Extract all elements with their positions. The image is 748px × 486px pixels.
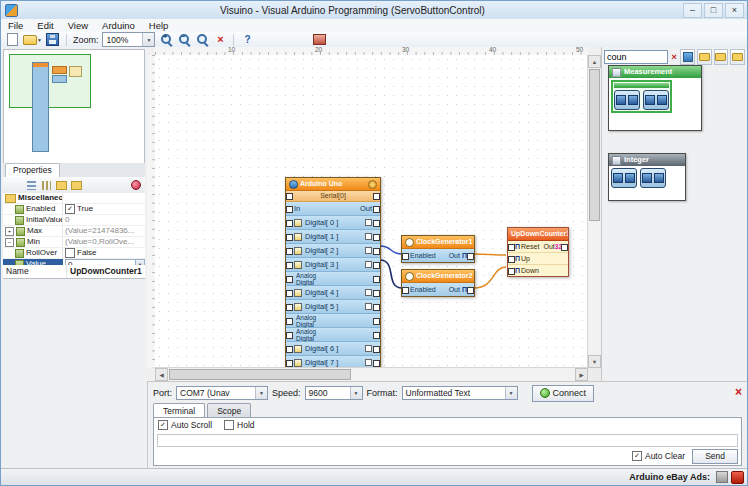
digital-out-pin[interactable] <box>373 290 380 297</box>
in-pin[interactable] <box>286 206 293 213</box>
auto-scroll-checkbox[interactable]: ✓ <box>158 420 168 430</box>
analog-out-pin[interactable] <box>373 276 380 283</box>
port-select[interactable]: COM7 (Unav▼ <box>176 386 268 400</box>
wire-digital2-to-clockgen1[interactable] <box>380 246 402 254</box>
arduino-io-row[interactable]: In Out <box>286 202 380 216</box>
expand-categories-button[interactable] <box>697 49 712 65</box>
clock-out-pin[interactable] <box>467 287 474 294</box>
component-clockgenerator1[interactable]: ClockGenerator1 Enabled Out Π <box>401 235 475 263</box>
minimize-button[interactable]: – <box>683 3 702 18</box>
digital-out-pin[interactable] <box>373 346 380 353</box>
tab-scope[interactable]: Scope <box>207 403 251 418</box>
close-panel-icon[interactable]: × <box>735 385 742 399</box>
speed-dropdown-icon[interactable]: ▼ <box>350 387 362 399</box>
component-clockgenerator2[interactable]: ClockGenerator2 Enabled Out Π <box>401 269 475 297</box>
digital-in-pin[interactable] <box>286 360 293 367</box>
auto-scroll-option[interactable]: ✓Auto Scroll <box>158 420 212 430</box>
analog-in-pin[interactable] <box>286 332 293 339</box>
arduino-digital-row[interactable]: Digital[ 1 ] <box>286 230 380 244</box>
component-updowncounter1[interactable]: UpDownCounter1 Π Reset Out 32 Π Up <box>507 227 569 277</box>
zoom-select[interactable]: 100% ▼ <box>102 32 155 47</box>
wire-clockgen1-to-counter-up[interactable] <box>474 254 506 255</box>
vertical-scroll-thumb[interactable] <box>589 69 600 221</box>
upload-to-arduino-button[interactable] <box>312 33 326 47</box>
property-row-initialvalue[interactable]: InitialValue 0 <box>3 215 145 226</box>
horizontal-scroll-thumb[interactable] <box>169 369 351 380</box>
menu-help[interactable]: Help <box>142 19 176 32</box>
clockgenerator2-body[interactable]: Enabled Out Π <box>402 283 474 296</box>
connect-button[interactable]: Connect <box>532 385 595 402</box>
filter-view-button[interactable] <box>680 49 695 65</box>
out-pin[interactable] <box>373 206 380 213</box>
analog-in-pin[interactable] <box>286 276 293 283</box>
menu-edit[interactable]: Edit <box>30 19 60 32</box>
categorize-button[interactable] <box>25 179 37 191</box>
toolbox-options-button[interactable] <box>730 49 745 65</box>
pin-properties-button[interactable] <box>131 180 141 190</box>
error-status-icon[interactable] <box>731 471 744 484</box>
overview-viewport[interactable] <box>9 54 91 108</box>
property-row-min[interactable]: −Min (Value=0,RollOve... <box>3 237 145 248</box>
digital-out-pin[interactable] <box>373 220 380 227</box>
zoom-fit-button[interactable] <box>195 33 209 47</box>
wire-digital3-to-clockgen2[interactable] <box>380 260 402 288</box>
rollover-checkbox[interactable] <box>65 248 75 258</box>
arduino-analog-row[interactable]: AnalogDigital <box>286 314 380 328</box>
reset-pin[interactable] <box>508 244 515 251</box>
enabled-checkbox[interactable]: ✓ <box>65 204 75 214</box>
up-pin[interactable] <box>508 256 515 263</box>
collapse-all-button[interactable] <box>70 179 82 191</box>
serial-in-pin[interactable] <box>286 193 293 200</box>
updowncounter1-header[interactable]: UpDownCounter1 <box>508 228 568 241</box>
send-button[interactable]: Send <box>692 449 738 464</box>
gear-icon[interactable] <box>368 180 377 189</box>
counter-reset-row[interactable]: Π Reset Out 32 <box>508 241 568 253</box>
arduino-digital-row[interactable]: Digital[ 3 ] <box>286 258 380 272</box>
digital-out-pin[interactable] <box>373 360 380 367</box>
save-button[interactable] <box>46 33 60 47</box>
digital-in-pin[interactable] <box>286 346 293 353</box>
analog-in-pin[interactable] <box>286 318 293 325</box>
auto-clear-option[interactable]: ✓Auto Clear <box>632 451 685 461</box>
menu-view[interactable]: View <box>61 19 95 32</box>
arduino-header[interactable]: Arduino Uno <box>286 178 380 191</box>
scroll-up-button[interactable]: ▲ <box>588 55 601 68</box>
auto-clear-checkbox[interactable]: ✓ <box>632 451 642 461</box>
wire-clockgen2-to-counter-down[interactable] <box>474 267 506 288</box>
zoom-in-button[interactable]: + <box>159 33 173 47</box>
property-category-row[interactable]: Miscellaneous <box>3 193 145 204</box>
clear-search-icon[interactable]: × <box>670 52 678 62</box>
counter-down-row[interactable]: Π Down <box>508 265 568 276</box>
component-name-row[interactable]: Name UpDownCounter1 <box>3 265 145 279</box>
toolbox-category-integer[interactable]: Integer <box>608 153 686 201</box>
digital-in-pin[interactable] <box>286 248 293 255</box>
horizontal-scrollbar[interactable]: ◀ ▶ <box>155 367 588 381</box>
maximize-button[interactable]: □ <box>704 3 723 18</box>
arduino-serial-row[interactable]: Serial[0] <box>286 191 380 202</box>
speed-select[interactable]: 9600▼ <box>305 386 363 400</box>
scroll-right-button[interactable]: ▶ <box>575 368 588 381</box>
toolbox-category-measurement[interactable]: Measurement <box>608 65 702 131</box>
digital-out-pin[interactable] <box>373 248 380 255</box>
design-overview[interactable] <box>3 49 145 165</box>
arduino-analog-row[interactable]: AnalogDigital <box>286 272 380 286</box>
vertical-scrollbar[interactable]: ▲ ▼ <box>587 55 601 368</box>
zoom-out-button[interactable]: − <box>177 33 191 47</box>
digital-in-pin[interactable] <box>286 234 293 241</box>
enabled-pin[interactable] <box>402 253 409 260</box>
tab-properties[interactable]: Properties <box>5 163 60 177</box>
analog-out-pin[interactable] <box>373 332 380 339</box>
port-dropdown-icon[interactable]: ▼ <box>255 387 267 399</box>
format-select[interactable]: Unformatted Text▼ <box>402 386 518 400</box>
updown-counter-component-icon[interactable] <box>643 90 669 110</box>
hold-checkbox[interactable] <box>224 420 234 430</box>
expand-all-button[interactable] <box>55 179 67 191</box>
collapse-categories-button[interactable] <box>714 49 729 65</box>
arduino-digital-row[interactable]: Digital[ 4 ] <box>286 286 380 300</box>
new-file-button[interactable] <box>5 33 19 47</box>
tab-terminal[interactable]: Terminal <box>153 403 205 418</box>
scroll-down-button[interactable]: ▼ <box>588 355 601 368</box>
digital-in-pin[interactable] <box>286 304 293 311</box>
counter-out-pin[interactable] <box>561 244 568 251</box>
help-button[interactable]: ? <box>240 33 254 47</box>
